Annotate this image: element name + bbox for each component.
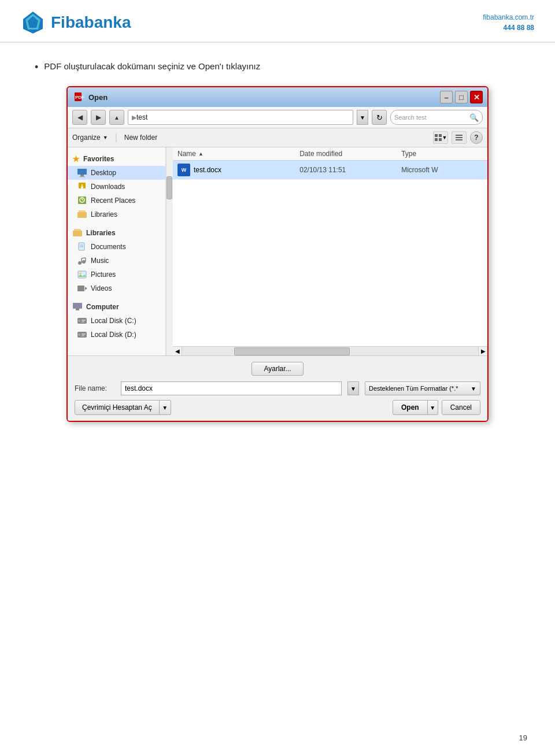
new-folder-button[interactable]: New folder: [124, 134, 157, 142]
footer-ayarlar-row: Ayarlar...: [75, 362, 480, 376]
svg-point-40: [78, 320, 80, 322]
up-button[interactable]: ▲: [109, 110, 124, 125]
column-date[interactable]: Date modified: [299, 150, 401, 158]
svg-rect-46: [82, 335, 84, 336]
open-button[interactable]: Open: [393, 400, 428, 415]
open-online-arrow-button[interactable]: ▼: [160, 400, 171, 415]
open-arrow-button[interactable]: ▼: [428, 400, 438, 415]
svg-point-34: [79, 272, 82, 275]
sidebar-item-pictures[interactable]: Pictures: [68, 268, 165, 281]
scroll-right-button[interactable]: ▶: [478, 347, 487, 356]
search-icon[interactable]: 🔍: [469, 113, 479, 122]
table-row[interactable]: W test.docx 02/10/13 11:51 Microsoft W: [173, 161, 487, 180]
libraries-icon: [77, 210, 87, 219]
svg-rect-8: [439, 138, 442, 141]
sidebar-item-local-disk-c[interactable]: Local Disk (C:): [68, 314, 165, 328]
sidebar-item-downloads[interactable]: Downloads: [68, 180, 165, 194]
toolbar-separator: |: [115, 132, 117, 143]
open-online-button[interactable]: Çevrimiçi Hesaptan Aç: [75, 400, 160, 415]
svg-rect-7: [435, 138, 438, 141]
sidebar-item-music[interactable]: Music: [68, 254, 165, 268]
refresh-button[interactable]: ↻: [372, 110, 387, 125]
sidebar-item-documents[interactable]: Documents: [68, 240, 165, 254]
help-button[interactable]: ?: [470, 131, 483, 144]
svg-rect-13: [80, 175, 84, 176]
videos-icon: [77, 284, 87, 293]
horizontal-scrollbar[interactable]: ◀ ▶: [173, 346, 487, 355]
filename-input[interactable]: [121, 381, 342, 395]
open-dialog: PDF Open – □ ✕ ◀ ▶ ▲ ▶ test ▼ ↻ Search t…: [66, 86, 489, 422]
logo-text: Fibabanka: [51, 13, 131, 32]
file-type-cell: Microsoft W: [401, 166, 483, 174]
instruction-item: • PDF oluşturulacak dokümanı seçiniz ve …: [35, 60, 520, 75]
instruction-text: PDF oluşturulacak dokümanı seçiniz ve Op…: [44, 60, 260, 72]
dialog-title: Open: [88, 93, 108, 102]
dialog-title-bar: PDF Open – □ ✕: [68, 87, 487, 107]
column-name[interactable]: Name ▲: [177, 150, 299, 158]
libraries-folder-icon: [72, 228, 83, 238]
back-button[interactable]: ◀: [72, 110, 87, 125]
svg-rect-6: [439, 134, 442, 137]
svg-point-44: [78, 333, 80, 336]
address-box[interactable]: ▶ test: [128, 110, 353, 125]
format-select[interactable]: Desteklenen Tüm Formatlar (*.* ▼: [365, 381, 480, 395]
scroll-thumb[interactable]: [234, 347, 350, 355]
grid-view-icon: [434, 134, 442, 142]
svg-rect-22: [79, 210, 86, 213]
action-buttons: Open ▼ Cancel: [393, 400, 480, 415]
svg-rect-5: [435, 134, 438, 137]
svg-point-28: [78, 261, 82, 265]
column-type[interactable]: Type: [401, 150, 483, 158]
sidebar-scrollbar[interactable]: [166, 147, 173, 355]
svg-rect-42: [82, 321, 84, 323]
libraries-section-header: Libraries: [68, 226, 165, 240]
window-controls[interactable]: – □ ✕: [440, 91, 483, 103]
cancel-button[interactable]: Cancel: [442, 400, 480, 415]
page-header: Fibabanka fibabanka.com.tr 444 88 88: [0, 0, 555, 43]
dialog-toolbar: Organize ▼ | New folder ▼: [68, 128, 487, 147]
svg-rect-33: [78, 271, 86, 278]
scroll-left-button[interactable]: ◀: [173, 347, 182, 356]
close-button[interactable]: ✕: [470, 91, 483, 103]
filename-row: File name: ▼ Desteklenen Tüm Formatlar (…: [75, 381, 480, 395]
page-number: 19: [519, 733, 527, 742]
recent-icon: [77, 196, 87, 205]
filename-dropdown-button[interactable]: ▼: [347, 381, 359, 395]
nav-sidebar: ★ Favorites Desktop: [68, 147, 166, 355]
dialog-main-area: ★ Favorites Desktop: [68, 147, 487, 355]
open-online-area: Çevrimiçi Hesaptan Aç ▼: [75, 400, 171, 415]
sidebar-scrollbar-thumb[interactable]: [166, 176, 172, 199]
sidebar-item-local-disk-d[interactable]: Local Disk (D:): [68, 328, 165, 342]
computer-section-header: Computer: [68, 300, 165, 314]
maximize-button[interactable]: □: [455, 91, 468, 103]
sidebar-item-videos[interactable]: Videos: [68, 281, 165, 295]
ayarlar-button[interactable]: Ayarlar...: [251, 362, 303, 376]
forward-button[interactable]: ▶: [91, 110, 106, 125]
dialog-footer: Ayarlar... File name: ▼ Desteklenen Tüm …: [68, 355, 487, 421]
fibabanka-logo-icon: [21, 10, 45, 35]
details-view-button[interactable]: [452, 131, 467, 144]
sidebar-item-libraries[interactable]: Libraries: [68, 207, 165, 221]
svg-rect-35: [77, 286, 84, 291]
svg-rect-11: [456, 139, 462, 140]
computer-icon: [72, 302, 83, 312]
view-options-button[interactable]: ▼: [433, 131, 448, 144]
pictures-icon: [77, 270, 87, 279]
documents-icon: [77, 242, 87, 251]
sidebar-item-recent[interactable]: Recent Places: [68, 194, 165, 207]
search-box[interactable]: Search test 🔍: [390, 110, 483, 125]
minimize-button[interactable]: –: [440, 91, 453, 103]
address-dropdown-button[interactable]: ▼: [357, 110, 368, 125]
svg-rect-12: [77, 169, 87, 175]
svg-rect-14: [79, 176, 85, 177]
organize-button[interactable]: Organize ▼: [72, 134, 108, 142]
scroll-track: [182, 347, 478, 355]
sidebar-item-desktop[interactable]: Desktop: [68, 166, 165, 180]
star-icon: ★: [72, 154, 80, 164]
view-arrow-icon: ▼: [442, 135, 447, 140]
disk-d-icon: [77, 330, 87, 339]
file-list-area: Name ▲ Date modified Type W test.docx: [173, 147, 487, 355]
favorites-header: ★ Favorites: [68, 152, 165, 166]
organize-arrow-icon: ▼: [103, 135, 108, 140]
open-button-group: Open ▼: [393, 400, 438, 415]
